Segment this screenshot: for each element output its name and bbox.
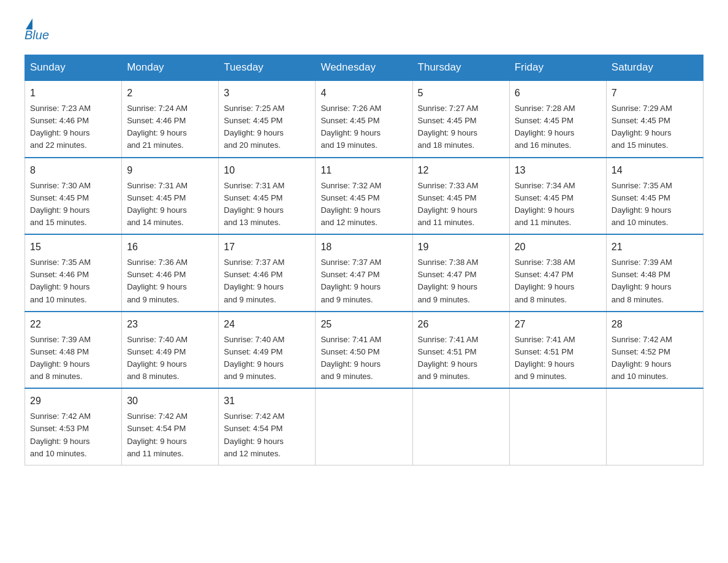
week-row-2: 8 Sunrise: 7:30 AMSunset: 4:45 PMDayligh…: [25, 158, 703, 235]
day-info: Sunrise: 7:31 AMSunset: 4:45 PMDaylight:…: [224, 181, 284, 227]
day-info: Sunrise: 7:40 AMSunset: 4:49 PMDaylight:…: [224, 335, 284, 381]
day-number: 26: [418, 317, 504, 332]
day-number: 3: [224, 86, 310, 101]
day-info: Sunrise: 7:41 AMSunset: 4:51 PMDaylight:…: [515, 335, 575, 381]
day-number: 2: [127, 86, 213, 101]
day-number: 12: [418, 163, 504, 178]
day-info: Sunrise: 7:34 AMSunset: 4:45 PMDaylight:…: [515, 181, 575, 227]
day-number: 25: [320, 317, 407, 332]
day-info: Sunrise: 7:42 AMSunset: 4:54 PMDaylight:…: [127, 412, 188, 458]
day-info: Sunrise: 7:42 AMSunset: 4:53 PMDaylight:…: [30, 412, 91, 458]
day-info: Sunrise: 7:42 AMSunset: 4:52 PMDaylight:…: [612, 335, 672, 381]
calendar-cell: 23 Sunrise: 7:40 AMSunset: 4:49 PMDaylig…: [122, 312, 219, 389]
calendar-cell: 18 Sunrise: 7:37 AMSunset: 4:47 PMDaylig…: [316, 234, 412, 312]
day-number: 8: [30, 163, 116, 178]
calendar-cell: 7 Sunrise: 7:29 AMSunset: 4:45 PMDayligh…: [606, 80, 703, 158]
day-number: 1: [30, 86, 116, 101]
day-header-sunday: Sunday: [25, 55, 122, 81]
day-number: 4: [320, 86, 407, 101]
calendar-cell: 29 Sunrise: 7:42 AMSunset: 4:53 PMDaylig…: [25, 388, 122, 465]
calendar-cell: 9 Sunrise: 7:31 AMSunset: 4:45 PMDayligh…: [122, 158, 219, 235]
page-header: Blue: [25, 18, 703, 42]
day-header-monday: Monday: [122, 55, 219, 81]
day-info: Sunrise: 7:25 AMSunset: 4:45 PMDaylight:…: [224, 104, 284, 150]
day-info: Sunrise: 7:41 AMSunset: 4:51 PMDaylight:…: [418, 335, 479, 381]
day-number: 27: [515, 317, 601, 332]
calendar-cell: 5 Sunrise: 7:27 AMSunset: 4:45 PMDayligh…: [412, 80, 509, 158]
day-info: Sunrise: 7:37 AMSunset: 4:46 PMDaylight:…: [224, 258, 284, 304]
day-number: 6: [515, 86, 601, 101]
day-number: 22: [30, 317, 116, 332]
day-info: Sunrise: 7:36 AMSunset: 4:46 PMDaylight:…: [127, 258, 188, 304]
calendar-cell: 15 Sunrise: 7:35 AMSunset: 4:46 PMDaylig…: [25, 234, 122, 312]
day-info: Sunrise: 7:38 AMSunset: 4:47 PMDaylight:…: [418, 258, 479, 304]
day-number: 28: [612, 317, 698, 332]
day-number: 20: [515, 240, 601, 255]
calendar-table: SundayMondayTuesdayWednesdayThursdayFrid…: [25, 55, 703, 465]
day-number: 18: [320, 240, 407, 255]
day-number: 23: [127, 317, 213, 332]
day-info: Sunrise: 7:29 AMSunset: 4:45 PMDaylight:…: [612, 104, 672, 150]
logo: Blue: [25, 18, 49, 42]
calendar-cell: 27 Sunrise: 7:41 AMSunset: 4:51 PMDaylig…: [509, 312, 606, 389]
day-info: Sunrise: 7:33 AMSunset: 4:45 PMDaylight:…: [418, 181, 479, 227]
week-row-1: 1 Sunrise: 7:23 AMSunset: 4:46 PMDayligh…: [25, 80, 703, 158]
day-info: Sunrise: 7:37 AMSunset: 4:47 PMDaylight:…: [320, 258, 381, 304]
calendar-cell: [316, 388, 412, 465]
calendar-cell: [509, 388, 606, 465]
day-info: Sunrise: 7:28 AMSunset: 4:45 PMDaylight:…: [515, 104, 575, 150]
day-info: Sunrise: 7:40 AMSunset: 4:49 PMDaylight:…: [127, 335, 188, 381]
day-info: Sunrise: 7:39 AMSunset: 4:48 PMDaylight:…: [30, 335, 91, 381]
day-header-friday: Friday: [509, 55, 606, 81]
day-number: 13: [515, 163, 601, 178]
calendar-cell: 25 Sunrise: 7:41 AMSunset: 4:50 PMDaylig…: [316, 312, 412, 389]
week-row-4: 22 Sunrise: 7:39 AMSunset: 4:48 PMDaylig…: [25, 312, 703, 389]
calendar-cell: 14 Sunrise: 7:35 AMSunset: 4:45 PMDaylig…: [606, 158, 703, 235]
day-info: Sunrise: 7:30 AMSunset: 4:45 PMDaylight:…: [30, 181, 91, 227]
week-row-5: 29 Sunrise: 7:42 AMSunset: 4:53 PMDaylig…: [25, 388, 703, 465]
calendar-cell: 4 Sunrise: 7:26 AMSunset: 4:45 PMDayligh…: [316, 80, 412, 158]
day-info: Sunrise: 7:35 AMSunset: 4:45 PMDaylight:…: [612, 181, 672, 227]
calendar-cell: 2 Sunrise: 7:24 AMSunset: 4:46 PMDayligh…: [122, 80, 219, 158]
week-row-3: 15 Sunrise: 7:35 AMSunset: 4:46 PMDaylig…: [25, 234, 703, 312]
calendar-cell: 17 Sunrise: 7:37 AMSunset: 4:46 PMDaylig…: [219, 234, 316, 312]
day-number: 29: [30, 394, 116, 408]
day-number: 31: [224, 394, 310, 408]
day-header-thursday: Thursday: [412, 55, 509, 81]
calendar-cell: 28 Sunrise: 7:42 AMSunset: 4:52 PMDaylig…: [606, 312, 703, 389]
calendar-cell: 20 Sunrise: 7:38 AMSunset: 4:47 PMDaylig…: [509, 234, 606, 312]
calendar-body: 1 Sunrise: 7:23 AMSunset: 4:46 PMDayligh…: [25, 80, 703, 465]
calendar-cell: 12 Sunrise: 7:33 AMSunset: 4:45 PMDaylig…: [412, 158, 509, 235]
day-info: Sunrise: 7:38 AMSunset: 4:47 PMDaylight:…: [515, 258, 575, 304]
day-info: Sunrise: 7:31 AMSunset: 4:45 PMDaylight:…: [127, 181, 188, 227]
day-info: Sunrise: 7:39 AMSunset: 4:48 PMDaylight:…: [612, 258, 672, 304]
day-number: 5: [418, 86, 504, 101]
day-header-saturday: Saturday: [606, 55, 703, 81]
calendar-cell: [412, 388, 509, 465]
logo-underline: Blue: [25, 28, 49, 42]
day-number: 17: [224, 240, 310, 255]
day-info: Sunrise: 7:26 AMSunset: 4:45 PMDaylight:…: [320, 104, 381, 150]
day-info: Sunrise: 7:42 AMSunset: 4:54 PMDaylight:…: [224, 412, 284, 458]
calendar-cell: 8 Sunrise: 7:30 AMSunset: 4:45 PMDayligh…: [25, 158, 122, 235]
calendar-cell: [606, 388, 703, 465]
calendar-cell: 10 Sunrise: 7:31 AMSunset: 4:45 PMDaylig…: [219, 158, 316, 235]
day-info: Sunrise: 7:24 AMSunset: 4:46 PMDaylight:…: [127, 104, 188, 150]
day-number: 10: [224, 163, 310, 178]
day-header-wednesday: Wednesday: [316, 55, 412, 81]
calendar-cell: 3 Sunrise: 7:25 AMSunset: 4:45 PMDayligh…: [219, 80, 316, 158]
day-info: Sunrise: 7:23 AMSunset: 4:46 PMDaylight:…: [30, 104, 91, 150]
day-number: 16: [127, 240, 213, 255]
days-header-row: SundayMondayTuesdayWednesdayThursdayFrid…: [25, 55, 703, 81]
calendar-cell: 26 Sunrise: 7:41 AMSunset: 4:51 PMDaylig…: [412, 312, 509, 389]
day-number: 30: [127, 394, 213, 408]
day-number: 11: [320, 163, 407, 178]
calendar-cell: 19 Sunrise: 7:38 AMSunset: 4:47 PMDaylig…: [412, 234, 509, 312]
calendar-cell: 31 Sunrise: 7:42 AMSunset: 4:54 PMDaylig…: [219, 388, 316, 465]
day-info: Sunrise: 7:27 AMSunset: 4:45 PMDaylight:…: [418, 104, 479, 150]
day-number: 24: [224, 317, 310, 332]
calendar-cell: 24 Sunrise: 7:40 AMSunset: 4:49 PMDaylig…: [219, 312, 316, 389]
day-number: 9: [127, 163, 213, 178]
calendar-cell: 30 Sunrise: 7:42 AMSunset: 4:54 PMDaylig…: [122, 388, 219, 465]
day-number: 14: [612, 163, 698, 178]
